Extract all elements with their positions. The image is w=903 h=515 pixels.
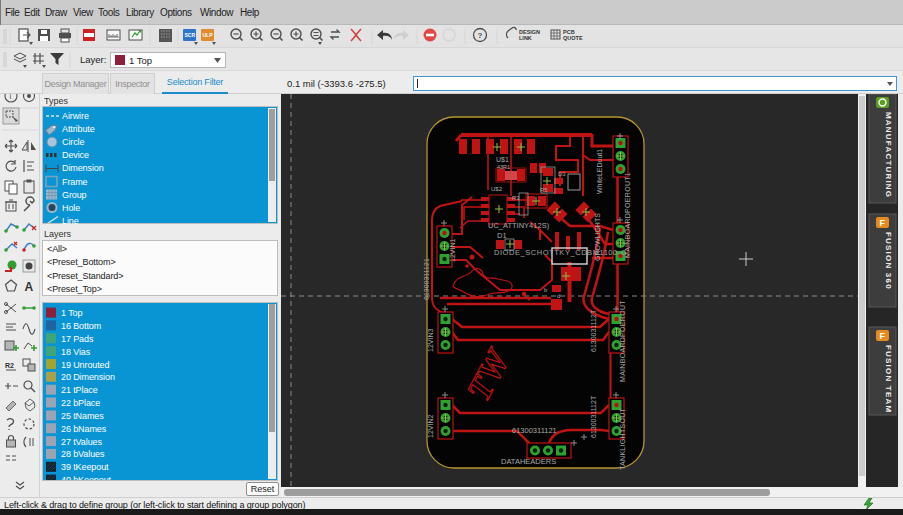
svg-text:6130031112T: 6130031112T: [590, 309, 597, 352]
svg-text:12VIN1: 12VIN1: [449, 239, 456, 262]
svg-text:61300311121: 61300311121: [423, 258, 430, 300]
svg-text:17 Pads: 17 Pads: [61, 334, 94, 344]
svg-text:26 bNames: 26 bNames: [61, 424, 107, 434]
svg-text:R2: R2: [5, 362, 14, 369]
svg-text:d: d: [557, 293, 560, 299]
svg-text:12VIN2: 12VIN2: [427, 415, 434, 438]
svg-text:UC_ATTINY412S): UC_ATTINY412S): [488, 221, 550, 230]
svg-text:16 Bottom: 16 Bottom: [61, 321, 101, 331]
svg-text:D1: D1: [497, 231, 507, 240]
svg-text:1 Top: 1 Top: [61, 308, 82, 318]
svg-text:F: F: [880, 331, 886, 341]
svg-text:39 tKeepout: 39 tKeepout: [61, 462, 109, 472]
svg-text:19 Unrouted: 19 Unrouted: [61, 360, 110, 370]
svg-text:LINK: LINK: [519, 35, 532, 41]
svg-text:21 tPlace: 21 tPlace: [61, 385, 98, 395]
svg-text:DATAHEADERS: DATAHEADERS: [501, 457, 556, 466]
svg-text:22 bPlace: 22 bPlace: [61, 398, 100, 408]
svg-text:18 Vias: 18 Vias: [61, 347, 91, 357]
svg-text:FUSION 360: FUSION 360: [884, 232, 893, 290]
svg-text:R5: R5: [540, 187, 548, 193]
svg-text:U$1: U$1: [496, 156, 509, 163]
svg-text:GROWLIGHTS: GROWLIGHTS: [594, 213, 601, 261]
svg-text:DIODE_SCHOTTKY_CDBM1100-G: DIODE_SCHOTTKY_CDBM1100-G: [494, 248, 627, 257]
svg-text:TANKLIGHTSOUT: TANKLIGHTSOUT: [619, 407, 626, 470]
svg-text:SCR: SCR: [185, 32, 196, 38]
svg-text:MANUFACTURING: MANUFACTURING: [884, 112, 893, 198]
svg-text:QUOTE: QUOTE: [563, 35, 583, 41]
svg-text:61300311121: 61300311121: [512, 426, 557, 435]
svg-text:D3: D3: [558, 171, 566, 177]
svg-text:F: F: [880, 218, 886, 228]
svg-text:WhiteLEDout1: WhiteLEDout1: [596, 149, 603, 194]
svg-text:?: ?: [478, 31, 483, 40]
svg-text:43R1: 43R1: [497, 164, 510, 170]
svg-text:20 Dimension: 20 Dimension: [61, 372, 115, 382]
svg-text:MAINBOARDPOEROUT: MAINBOARDPOEROUT: [619, 300, 626, 382]
svg-text:U$2: U$2: [491, 186, 503, 192]
svg-text:40 bKeepout: 40 bKeepout: [61, 475, 112, 480]
svg-text:i: i: [10, 94, 12, 101]
svg-text:6130031112T: 6130031112T: [590, 395, 597, 438]
svg-text:ULP: ULP: [203, 32, 214, 38]
svg-text:25 tNames: 25 tNames: [61, 411, 104, 421]
svg-text:MAINBOARDPOEROUT1: MAINBOARDPOEROUT1: [624, 172, 631, 258]
svg-text:A: A: [25, 280, 34, 294]
svg-text:-R3: -R3: [510, 195, 520, 201]
svg-text:12VIN3: 12VIN3: [427, 329, 434, 352]
svg-text:28 bValues: 28 bValues: [61, 449, 105, 459]
svg-text:FUSION TEAM: FUSION TEAM: [884, 345, 893, 413]
svg-text:27 tValues: 27 tValues: [61, 437, 102, 447]
